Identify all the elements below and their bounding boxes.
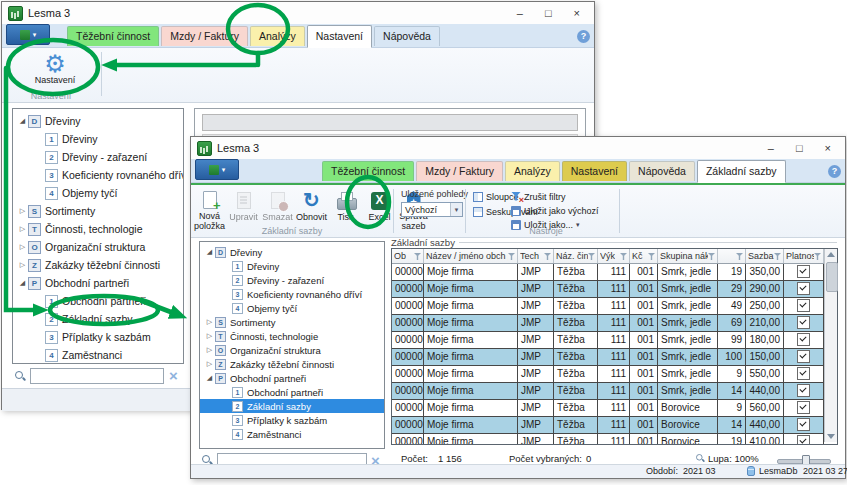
tree-expander-icon[interactable]: ◢ [204, 248, 215, 256]
column-header-kc[interactable]: Kč [630, 249, 658, 263]
scroll-down-icon[interactable] [827, 434, 835, 439]
tree-item-dreviny[interactable]: ◢DDřeviny [13, 112, 183, 130]
tree-expander-icon[interactable]: ▷ [17, 261, 28, 269]
table-row[interactable]: 00000Moje firmaJMPTěžba111001Smrk, jedle… [392, 298, 837, 315]
checkbox-checked-icon[interactable] [797, 401, 810, 414]
tab-mzdy-faktury[interactable]: Mzdy / Faktury [161, 26, 248, 46]
tree-item-obchodni-partneri[interactable]: ◢PObchodní partneři [13, 274, 183, 292]
maximize-icon[interactable]: □ [796, 138, 803, 158]
tree-expander-icon[interactable]: ▷ [204, 360, 215, 368]
settings-ribbon-button[interactable]: ⚙ Nastavení [28, 51, 82, 94]
table-row[interactable]: 00000Moje firmaJMPTěžba111001Smrk, jedle… [392, 349, 837, 366]
maximize-icon[interactable]: □ [545, 3, 552, 23]
filter-icon[interactable] [544, 252, 551, 260]
table-row[interactable]: 00000Moje firmaJMPTěžba111001Smrk, jedle… [392, 264, 837, 281]
ribbon-button-smazat[interactable]: Smazat [261, 188, 294, 231]
checkbox-checked-icon[interactable] [797, 384, 810, 397]
tree-item-zakazky-tezebni-cinnosti[interactable]: ▷ZZakázky těžební činnosti [200, 357, 384, 371]
scrollbar-thumb[interactable] [826, 262, 838, 292]
tab-napoveda[interactable]: Nápověda [629, 161, 695, 181]
tree-item-objemy-tyci[interactable]: 4Objemy tyčí [200, 301, 384, 315]
ribbon-button-zrusit-filtry[interactable]: Zrušit filtry [511, 190, 599, 203]
tree-expander-icon[interactable]: ▷ [204, 332, 215, 340]
filter-icon[interactable] [648, 252, 655, 260]
tree-item-koeficienty-rovnaneho-drivi[interactable]: 3Koeficienty rovnaného dříví [200, 287, 384, 301]
tree-item-obchodni-partneri[interactable]: 1Obchodní partneři [200, 385, 384, 399]
tree-item-dreviny-zarazeni[interactable]: 2Dřeviny - zařazení [13, 148, 183, 166]
tab-nastaveni[interactable]: Nastavení [562, 161, 627, 181]
column-header-platnost[interactable]: Platnost [784, 249, 824, 263]
ribbon-button-obnovit[interactable]: Obnovit [295, 188, 328, 231]
filter-icon[interactable] [620, 252, 627, 260]
tree-expander-icon[interactable]: ◢ [204, 374, 215, 382]
tree-expander-icon[interactable]: ▷ [204, 318, 215, 326]
table-row[interactable]: 00000Moje firmaJMPTěžba111001Smrk, jedle… [392, 315, 837, 332]
tab-tezebni-cinnost[interactable]: Těžební činnost [322, 161, 414, 181]
table-row[interactable]: 00000Moje firmaJMPTěžba111001Smrk, jedle… [392, 383, 837, 400]
tree-item-sortimenty[interactable]: ▷SSortimenty [200, 315, 384, 329]
checkbox-checked-icon[interactable] [797, 299, 810, 312]
checkbox-checked-icon[interactable] [797, 435, 810, 444]
tree-item-dreviny-zarazeni[interactable]: 2Dřeviny - zařazení [200, 273, 384, 287]
filter-icon[interactable] [774, 252, 781, 260]
column-header-sazba[interactable]: Sazba [746, 249, 784, 263]
tab-analyzy[interactable]: Analýzy [505, 161, 560, 181]
minimize-icon[interactable]: – [768, 138, 774, 158]
checkbox-checked-icon[interactable] [797, 265, 810, 278]
tree-expander-icon[interactable]: ▷ [17, 225, 28, 233]
ribbon-button-nova-polozka[interactable]: Nová položka [193, 188, 226, 231]
column-header-ob[interactable]: Ob [392, 249, 424, 263]
tree-item-dreviny[interactable]: 1Dřeviny [13, 130, 183, 148]
ribbon-button-tisk[interactable]: Tisk [329, 188, 362, 231]
tree-item-cinnosti-technologie[interactable]: ▷TČinnosti, technologie [200, 329, 384, 343]
table-row[interactable]: 00000Moje firmaJMPTěžba111001Borovice144… [392, 417, 837, 434]
checkbox-checked-icon[interactable] [797, 316, 810, 329]
app-menu-button[interactable]: ▾ [195, 159, 239, 180]
close-icon[interactable]: × [825, 138, 831, 158]
tree-item-dreviny[interactable]: ◢DDřeviny [200, 245, 384, 259]
column-header-skupina-nak[interactable]: Skupina nák [658, 249, 718, 263]
table-row[interactable]: 00000Moje firmaJMPTěžba111001Borovice194… [392, 434, 837, 444]
tab-nastaveni[interactable]: Nastavení [307, 25, 372, 48]
filter-icon[interactable] [588, 252, 595, 260]
tree-item-organizacni-struktura[interactable]: ▷OOrganizační struktura [13, 238, 183, 256]
tree-item-sortimenty[interactable]: ▷SSortimenty [13, 202, 183, 220]
column-header-nazev-jmeno-obch-par[interactable]: Název / jméno obch par. [424, 249, 518, 263]
close-icon[interactable]: × [574, 3, 580, 23]
column-header-unnamed[interactable] [718, 249, 746, 263]
tree-item-zamestnanci[interactable]: 4Zaměstnanci [13, 346, 183, 364]
tree-item-organizacni-struktura[interactable]: ▷OOrganizační struktura [200, 343, 384, 357]
table-row[interactable]: 00000Moje firmaJMPTěžba111001Borovice956… [392, 400, 837, 417]
ribbon-button-ulozit-jako-vychozi[interactable]: Uložit jako výchozí [511, 204, 599, 217]
checkbox-checked-icon[interactable] [797, 350, 810, 363]
clear-search-icon[interactable]: × [169, 369, 178, 383]
filter-icon[interactable] [414, 252, 421, 260]
tab-tezebni-cinnost[interactable]: Těžební činnost [67, 26, 159, 46]
table-row[interactable]: 00000Moje firmaJMPTěžba111001Smrk, jedle… [392, 366, 837, 383]
checkbox-checked-icon[interactable] [797, 367, 810, 380]
app-menu-button[interactable]: ▾ [6, 24, 50, 45]
vertical-scrollbar[interactable] [824, 249, 837, 442]
filter-icon[interactable] [708, 252, 715, 260]
column-header-naz-cin[interactable]: Náz. čin [554, 249, 598, 263]
filter-icon[interactable] [508, 252, 515, 260]
ribbon-button-excel[interactable]: Excel [363, 188, 396, 231]
table-row[interactable]: 00000Moje firmaJMPTěžba111001Smrk, jedle… [392, 281, 837, 298]
tab-zakladni-sazby[interactable]: Základní sazby [697, 160, 786, 183]
checkbox-checked-icon[interactable] [797, 333, 810, 346]
checkbox-checked-icon[interactable] [797, 418, 810, 431]
help-icon[interactable]: ? [577, 30, 590, 43]
ribbon-button-upravit[interactable]: Upravit [227, 188, 260, 231]
chevron-down-icon[interactable]: ▼ [450, 203, 462, 216]
tab-napoveda[interactable]: Nápověda [374, 26, 440, 46]
help-icon[interactable]: ? [828, 165, 841, 178]
checkbox-checked-icon[interactable] [797, 282, 810, 295]
tab-mzdy-faktury[interactable]: Mzdy / Faktury [416, 161, 503, 181]
minimize-icon[interactable]: – [517, 3, 523, 23]
tree-item-obchodni-partneri[interactable]: ◢PObchodní partneři [200, 371, 384, 385]
tree-item-cinnosti-technologie[interactable]: ▷TČinnosti, technologie [13, 220, 183, 238]
tree-item-zamestnanci[interactable]: 4Zaměstnanci [200, 427, 384, 441]
tree-expander-icon[interactable]: ▷ [17, 243, 28, 251]
tree-item-obchodni-partneri[interactable]: 1Obchodní partneři [13, 292, 183, 310]
tree-item-objemy-tyci[interactable]: 4Objemy tyčí [13, 184, 183, 202]
